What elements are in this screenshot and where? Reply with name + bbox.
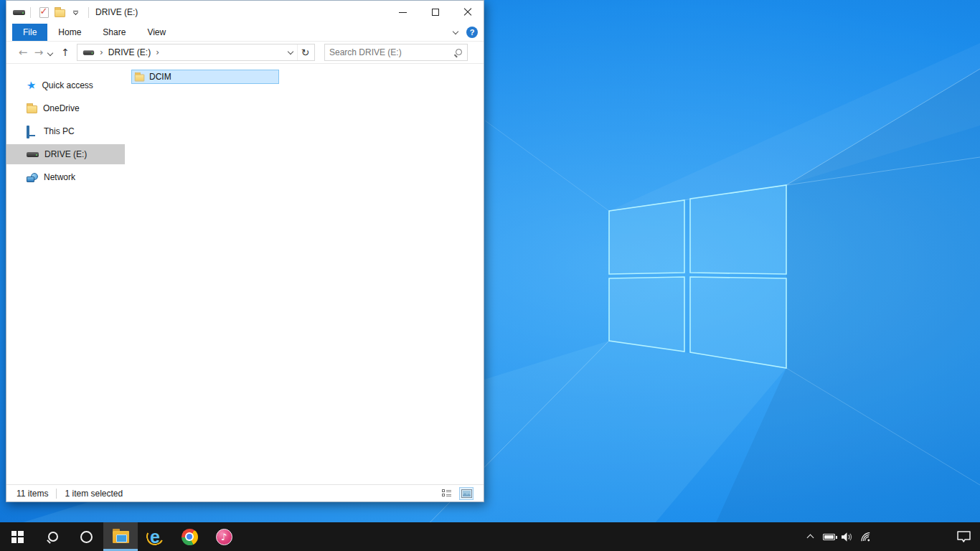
- quick-access-star-icon: ★: [26, 80, 37, 92]
- this-pc-icon: [27, 127, 38, 136]
- minimize-button[interactable]: [387, 1, 419, 24]
- file-list-pane[interactable]: DCIM: [125, 64, 484, 484]
- sidebar-item-this-pc[interactable]: This PC: [6, 121, 125, 141]
- close-button[interactable]: [451, 1, 484, 24]
- drive-icon: [13, 10, 25, 15]
- chrome-icon: [182, 529, 198, 545]
- title-bar[interactable]: DRIVE (E:): [6, 1, 484, 24]
- ribbon-tab-bar: File Home Share View ?: [6, 24, 484, 42]
- battery-status-button[interactable]: [819, 522, 838, 551]
- taskbar-file-explorer-button[interactable]: [103, 522, 138, 551]
- status-bar: 11 items 1 item selected: [6, 484, 484, 501]
- tab-home[interactable]: Home: [47, 24, 92, 41]
- drive-icon: [27, 152, 39, 157]
- minimize-icon: [399, 12, 407, 13]
- taskbar-itunes-button[interactable]: ♪: [207, 522, 241, 551]
- file-item-dcim[interactable]: DCIM: [131, 70, 279, 84]
- taskbar: e ♪: [0, 522, 980, 551]
- window-title: DRIVE (E:): [95, 7, 138, 17]
- itunes-icon: ♪: [216, 529, 232, 545]
- navigation-pane: ★ Quick access OneDrive This PC DRIVE (E…: [6, 64, 125, 484]
- items-count-label: 11 items: [17, 489, 48, 499]
- battery-icon: [823, 534, 835, 540]
- action-center-button[interactable]: [954, 522, 973, 551]
- toolbar-separator: [88, 7, 89, 18]
- large-icons-view-button[interactable]: [459, 487, 473, 500]
- close-icon: [463, 8, 472, 17]
- internet-explorer-icon: e: [146, 527, 164, 546]
- maximize-button[interactable]: [419, 1, 451, 24]
- volume-button[interactable]: [838, 522, 857, 551]
- sidebar-item-drive-e[interactable]: DRIVE (E:): [6, 144, 125, 164]
- navigation-bar: ← → ↑ › DRIVE (E:) › ↻: [6, 42, 484, 64]
- sidebar-item-network[interactable]: Network: [6, 167, 125, 187]
- tab-view[interactable]: View: [136, 24, 176, 41]
- start-icon: [11, 531, 24, 543]
- up-button[interactable]: ↑: [57, 47, 74, 58]
- properties-check-icon: [39, 7, 49, 18]
- cortana-icon: [80, 531, 93, 543]
- volume-icon: [841, 532, 854, 542]
- wifi-icon: [859, 532, 872, 542]
- new-folder-button[interactable]: [52, 4, 67, 21]
- windows-logo-icon: [609, 185, 786, 368]
- customize-toolbar-dropdown-icon: [73, 11, 78, 14]
- action-center-icon: [956, 530, 971, 543]
- folder-icon: [135, 74, 145, 81]
- maximize-icon: [432, 9, 439, 16]
- address-dropdown-button[interactable]: [284, 52, 297, 54]
- properties-button[interactable]: [36, 4, 52, 21]
- help-button[interactable]: ?: [466, 27, 478, 38]
- breadcrumb-segment[interactable]: DRIVE (E:): [108, 47, 151, 57]
- new-folder-icon: [55, 9, 65, 17]
- search-icon[interactable]: [453, 48, 463, 57]
- expand-ribbon-chevron-icon[interactable]: [453, 28, 458, 34]
- status-separator: [56, 489, 57, 499]
- search-input[interactable]: [329, 47, 453, 57]
- onedrive-folder-icon: [27, 105, 37, 113]
- customize-quick-access-toolbar-button[interactable]: [67, 4, 83, 21]
- drive-icon: [83, 50, 94, 55]
- selection-count-label: 1 item selected: [65, 489, 123, 499]
- details-view-icon: [442, 489, 451, 497]
- tray-expand-button[interactable]: [801, 522, 819, 551]
- system-tray: [801, 522, 980, 551]
- toolbar-separator: [30, 7, 31, 18]
- taskbar-internet-explorer-button[interactable]: e: [138, 522, 172, 551]
- back-button[interactable]: ←: [15, 46, 31, 59]
- forward-button[interactable]: →: [31, 46, 47, 59]
- sidebar-item-onedrive[interactable]: OneDrive: [6, 98, 125, 118]
- taskbar-chrome-button[interactable]: [172, 522, 207, 551]
- network-icon: [27, 173, 38, 182]
- recent-locations-chevron-icon[interactable]: [47, 50, 53, 56]
- details-view-button[interactable]: [439, 487, 453, 500]
- cortana-button[interactable]: [69, 522, 103, 551]
- tab-share[interactable]: Share: [92, 24, 136, 41]
- search-icon: [46, 531, 58, 543]
- file-explorer-icon: [113, 531, 129, 543]
- address-bar[interactable]: › DRIVE (E:) › ↻: [77, 44, 315, 61]
- tab-file[interactable]: File: [12, 24, 47, 41]
- window-controls: [387, 1, 484, 24]
- file-explorer-window: DRIVE (E:) File Home Share View ? ← → ↑ …: [6, 0, 484, 502]
- taskbar-search-button[interactable]: [34, 522, 69, 551]
- breadcrumb-chevron-icon[interactable]: ›: [100, 47, 103, 57]
- start-button[interactable]: [0, 522, 34, 551]
- window-body: ★ Quick access OneDrive This PC DRIVE (E…: [6, 64, 484, 484]
- wifi-button[interactable]: [857, 522, 875, 551]
- large-icons-view-icon: [461, 489, 472, 498]
- sidebar-item-quick-access[interactable]: ★ Quick access: [6, 75, 125, 95]
- search-box[interactable]: [324, 44, 468, 61]
- tray-expand-chevron-icon: [806, 534, 814, 542]
- breadcrumb-chevron-icon[interactable]: ›: [156, 47, 159, 57]
- refresh-button[interactable]: ↻: [297, 44, 313, 60]
